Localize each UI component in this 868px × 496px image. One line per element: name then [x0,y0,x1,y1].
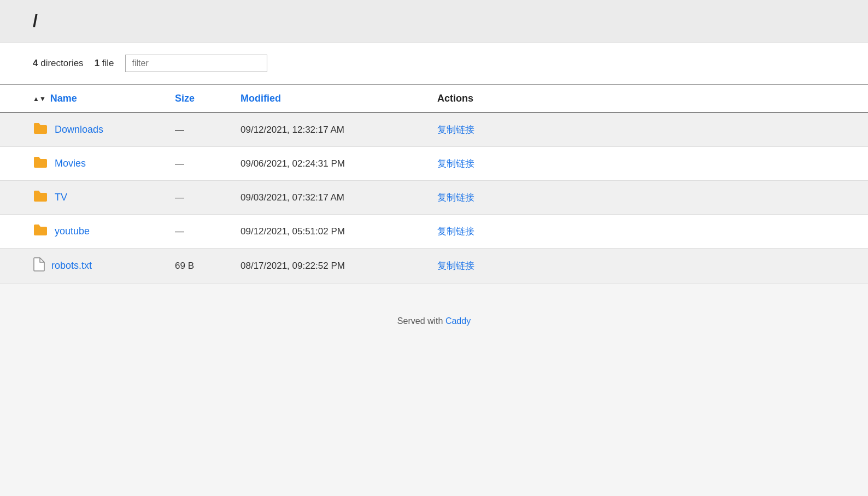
copy-link-button[interactable]: 复制链接 [437,158,474,169]
table-row: Movies—09/06/2021, 02:24:31 PM复制链接 [0,147,868,181]
file-name-cell: robots.txt [0,249,175,284]
copy-link-button[interactable]: 复制链接 [437,226,474,237]
page-header: / [0,0,868,43]
folder-icon [33,156,48,172]
file-name-cell: youtube [0,215,175,249]
file-modified: 09/12/2021, 05:51:02 PM [241,215,437,249]
table-row: robots.txt69 B08/17/2021, 09:22:52 PM复制链… [0,249,868,284]
file-icon [33,257,45,274]
folder-icon [33,223,48,239]
file-name-link[interactable]: TV [55,192,67,203]
page-footer: Served with Caddy [0,284,868,348]
file-size: — [175,215,241,249]
file-actions: 复制链接 [437,147,868,181]
file-modified: 09/06/2021, 02:24:31 PM [241,147,437,181]
copy-link-button[interactable]: 复制链接 [437,261,474,271]
table-row: Downloads—09/12/2021, 12:32:17 AM复制链接 [0,113,868,147]
file-actions: 复制链接 [437,215,868,249]
file-size: 69 B [175,249,241,284]
copy-link-button[interactable]: 复制链接 [437,192,474,203]
file-actions: 复制链接 [437,113,868,147]
table-row: youtube—09/12/2021, 05:51:02 PM复制链接 [0,215,868,249]
file-modified: 09/03/2021, 07:32:17 AM [241,181,437,215]
folder-icon [33,190,48,205]
file-name-cell: TV [0,181,175,215]
table-header-row: ▲▼ Name Size Modified Actions [0,85,868,113]
file-modified: 09/12/2021, 12:32:17 AM [241,113,437,147]
file-actions: 复制链接 [437,181,868,215]
file-name-cell: Movies [0,147,175,181]
files-stat: 1 file [95,58,114,69]
folder-icon [33,122,48,138]
toolbar: 4 directories 1 file [0,43,868,85]
file-size: — [175,181,241,215]
col-header-actions: Actions [437,85,868,113]
footer-text: Served with [397,316,445,326]
file-modified: 08/17/2021, 09:22:52 PM [241,249,437,284]
file-name-link[interactable]: Movies [55,158,86,169]
col-header-name[interactable]: ▲▼ Name [0,85,175,113]
filter-input[interactable] [125,55,267,72]
file-name-link[interactable]: Downloads [55,124,103,135]
page-title: / [33,11,38,31]
caddy-link[interactable]: Caddy [445,316,471,326]
copy-link-button[interactable]: 复制链接 [437,125,474,135]
file-size: — [175,113,241,147]
col-header-modified[interactable]: Modified [241,85,437,113]
file-name-cell: Downloads [0,113,175,147]
file-name-link[interactable]: youtube [55,226,90,237]
sort-icon: ▲▼ [33,96,46,102]
file-size: — [175,147,241,181]
table-row: TV—09/03/2021, 07:32:17 AM复制链接 [0,181,868,215]
file-actions: 复制链接 [437,249,868,284]
directories-stat: 4 directories [33,58,84,69]
file-name-link[interactable]: robots.txt [51,260,92,271]
col-header-size[interactable]: Size [175,85,241,113]
file-table: ▲▼ Name Size Modified Actions Downloads—… [0,85,868,284]
